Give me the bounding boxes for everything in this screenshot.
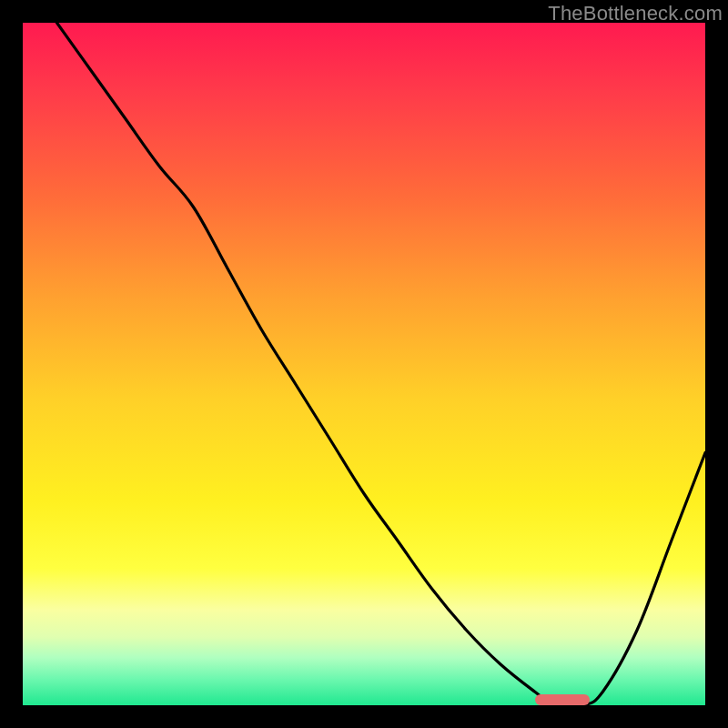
optimal-range-marker — [535, 694, 590, 705]
bottleneck-curve — [23, 23, 705, 705]
chart-frame: TheBottleneck.com — [0, 0, 728, 728]
plot-area — [23, 23, 705, 705]
